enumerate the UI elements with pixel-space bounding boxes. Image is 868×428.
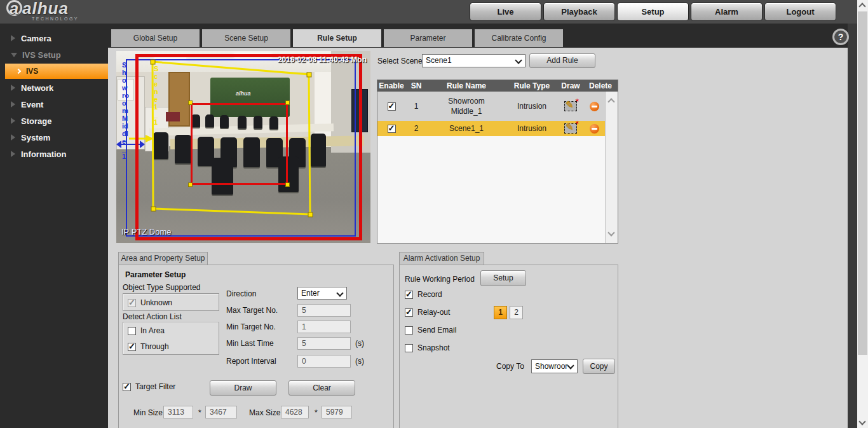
relay-channel-1-button[interactable]: 1: [494, 306, 507, 319]
min-size-height-input[interactable]: 3467: [205, 406, 237, 418]
page-scrollbar[interactable]: [857, 0, 868, 428]
brand-sub-text: TECHNOLOGY: [32, 17, 79, 21]
scroll-down-icon[interactable]: [607, 229, 614, 236]
parameter-setup-title: Parameter Setup: [125, 270, 186, 279]
relay-out-checkbox[interactable]: [405, 308, 413, 317]
scroll-down-icon[interactable]: [858, 418, 865, 425]
max-size-height-input[interactable]: 5979: [322, 406, 352, 418]
draw-rule-icon[interactable]: ✎✶: [564, 123, 577, 134]
scrollbar-thumb[interactable]: [858, 11, 867, 355]
column-header-sn: SN: [405, 80, 427, 92]
tab-calibrate-config[interactable]: Calibrate Config: [475, 29, 563, 47]
table-scrollbar[interactable]: [605, 92, 618, 243]
unknown-checkbox[interactable]: [128, 299, 136, 307]
sidebar-item-label: IVS Setup: [22, 50, 61, 60]
send-email-checkbox[interactable]: [405, 326, 413, 335]
scroll-up-icon[interactable]: [858, 3, 865, 10]
table-row[interactable]: 1 Showroom Middle_1 Intrusion ✎✶: [377, 92, 605, 121]
delete-rule-icon[interactable]: [590, 102, 599, 111]
tab-parameter[interactable]: Parameter: [384, 29, 472, 47]
select-scene-label: Select Scene: [377, 57, 423, 66]
relay-channel-2-button[interactable]: 2: [510, 306, 523, 319]
sidebar-item-label: Network: [21, 83, 53, 93]
corner-handle[interactable]: [285, 183, 290, 187]
clear-button[interactable]: Clear: [288, 380, 355, 396]
column-header-delete: Delete: [583, 80, 618, 92]
corner-handle[interactable]: [285, 100, 290, 105]
snapshot-checkbox[interactable]: [405, 344, 413, 352]
target-filter-checkbox[interactable]: [123, 383, 131, 391]
collapsed-arrow-icon: [11, 101, 15, 107]
sidebar-item-event[interactable]: Event: [0, 96, 108, 113]
detect-action-label: Detect Action List: [123, 312, 182, 321]
relay-out-label: Relay-out: [417, 308, 450, 317]
min-size-width-input[interactable]: 3113: [163, 406, 193, 418]
report-interval-input[interactable]: 0: [297, 355, 351, 368]
rule-table: Enable SN Rule Name Rule Type Draw Delet…: [377, 79, 618, 244]
sidebar-item-label: Event: [21, 100, 43, 109]
tab-global-setup[interactable]: Global Setup: [111, 29, 200, 47]
collapsed-arrow-icon: [11, 85, 15, 91]
min-last-time-unit: (s): [355, 339, 364, 348]
in-area-label: In Area: [140, 326, 165, 335]
sidebar-item-label: Storage: [21, 116, 51, 126]
draw-rule-icon[interactable]: ✎✶: [564, 101, 577, 111]
delete-rule-icon[interactable]: [590, 124, 599, 134]
nav-button-live[interactable]: Live: [470, 3, 541, 21]
scroll-up-icon[interactable]: [607, 98, 614, 105]
selected-rule-region-inner[interactable]: [191, 103, 288, 185]
star-badge-icon: ✶: [574, 120, 580, 126]
sidebar-item-ivs[interactable]: IVS: [5, 64, 108, 79]
sidebar-item-label: Camera: [21, 34, 51, 43]
osd-timestamp: 2016-02-08 11:40:43 Mon: [278, 55, 367, 64]
corner-handle[interactable]: [188, 100, 193, 105]
expanded-arrow-icon: [11, 53, 17, 57]
tab-scene-setup[interactable]: Scene Setup: [202, 29, 290, 47]
sidebar-item-system[interactable]: System: [0, 129, 108, 146]
tab-rule-setup[interactable]: Rule Setup: [293, 29, 381, 47]
nav-button-setup[interactable]: Setup: [617, 3, 689, 21]
nav-button-alarm[interactable]: Alarm: [691, 3, 763, 21]
help-icon[interactable]: ?: [832, 29, 849, 45]
collapsed-arrow-icon: [11, 35, 15, 41]
nav-button-playback[interactable]: Playback: [543, 3, 615, 21]
rule-label-yellow: Scene1_1: [154, 65, 161, 126]
rule-working-period-label: Rule Working Period: [405, 275, 475, 284]
sidebar-item-ivs-setup[interactable]: IVS Setup: [0, 46, 108, 63]
record-checkbox[interactable]: [405, 291, 413, 299]
setup-button[interactable]: Setup: [480, 270, 526, 286]
rule-sn: 2: [405, 124, 427, 133]
video-preview[interactable]: alhua: [116, 51, 370, 243]
table-row[interactable]: 2 Scene1_1 Intrusion ✎✶: [377, 121, 605, 136]
through-checkbox[interactable]: [128, 343, 136, 351]
add-rule-button[interactable]: Add Rule: [529, 53, 595, 68]
rule-table-header: Enable SN Rule Name Rule Type Draw Delet…: [377, 80, 618, 92]
max-size-width-input[interactable]: 4628: [281, 406, 309, 418]
min-last-time-input[interactable]: 5: [297, 337, 351, 350]
sidebar-item-network[interactable]: Network: [0, 79, 108, 96]
nav-button-logout[interactable]: Logout: [764, 3, 836, 21]
sidebar-item-information[interactable]: Information: [0, 146, 108, 162]
min-target-input[interactable]: 1: [297, 321, 351, 333]
min-size-separator: *: [198, 408, 201, 417]
pencil-icon: ✎: [566, 121, 574, 133]
rule-label-blue: Showroom Middle_1: [122, 61, 130, 160]
in-area-checkbox[interactable]: [128, 327, 136, 335]
enable-rule-checkbox[interactable]: [388, 125, 396, 133]
copy-button[interactable]: Copy: [583, 359, 615, 374]
direction-select[interactable]: Enter: [297, 287, 347, 300]
copy-to-select[interactable]: Showroor: [531, 359, 578, 373]
sidebar-item-storage[interactable]: Storage: [0, 113, 108, 129]
scene-select[interactable]: Scene1: [422, 54, 526, 67]
alarm-activation-panel: Rule Working Period Setup Record Relay-o…: [399, 265, 618, 428]
content-area: alhua: [108, 48, 848, 428]
main-nav: Live Playback Setup Alarm Logout: [470, 3, 836, 21]
corner-handle[interactable]: [188, 183, 193, 187]
max-target-input[interactable]: 5: [297, 304, 351, 317]
min-last-time-label: Min Last Time: [226, 339, 274, 348]
sidebar-item-camera[interactable]: Camera: [0, 30, 108, 46]
sidebar: Camera IVS Setup IVS Network Event Stora…: [0, 24, 108, 428]
alarm-activation-setup-tab: Alarm Activation Setup: [399, 252, 484, 265]
enable-rule-checkbox[interactable]: [388, 102, 396, 111]
draw-button[interactable]: Draw: [210, 380, 276, 396]
